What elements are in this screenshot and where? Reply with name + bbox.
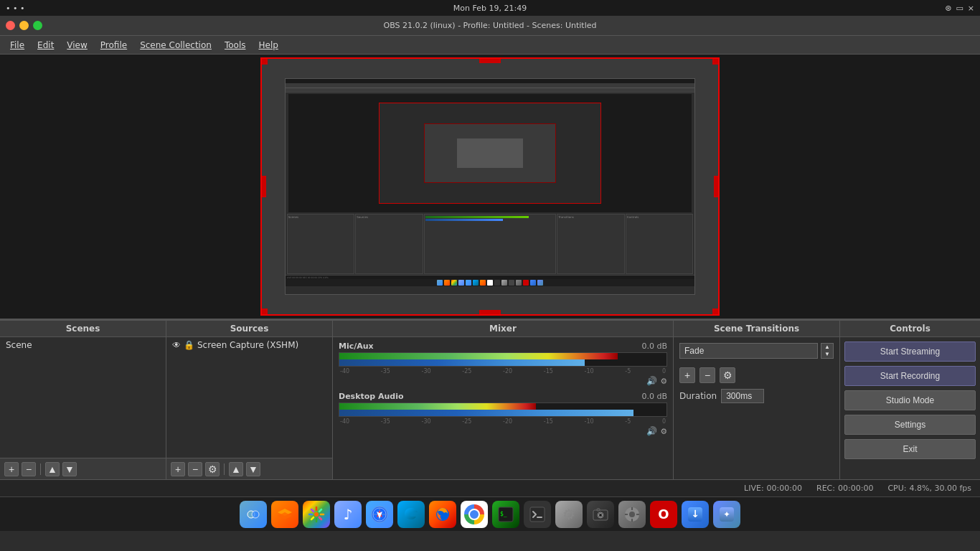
controls-content: Start Streaming Start Recording Studio M… bbox=[840, 337, 980, 479]
scenes-down-button[interactable]: ▼ bbox=[62, 462, 77, 476]
rec-label: REC: bbox=[816, 484, 835, 493]
mic-scale-9: 0 bbox=[662, 368, 666, 375]
system-bar-right: ⊛ ▭ × bbox=[945, 4, 974, 13]
window-maximize-button[interactable] bbox=[33, 21, 42, 30]
menu-profile[interactable]: Profile bbox=[95, 39, 133, 52]
svg-point-30 bbox=[629, 512, 635, 517]
duration-row: Duration bbox=[674, 386, 839, 406]
exit-button[interactable]: Exit bbox=[844, 439, 976, 459]
sources-panel-header: Sources bbox=[166, 321, 332, 337]
mic-volume-bar[interactable] bbox=[339, 352, 667, 367]
source-item[interactable]: 👁 🔒 Screen Capture (XSHM) bbox=[166, 337, 332, 353]
menu-tools[interactable]: Tools bbox=[219, 39, 252, 52]
rec-time: 00:00:00 bbox=[838, 484, 873, 493]
sources-up-button[interactable]: ▲ bbox=[229, 462, 243, 476]
sources-toolbar: + − ⚙ ▲ ▼ bbox=[166, 458, 332, 479]
taskbar-file-manager-icon[interactable]: $_ bbox=[492, 501, 519, 528]
wifi-icon: ⊛ bbox=[945, 4, 951, 13]
mixer-channels: Mic/Aux 0.0 dB -40 -35 -30 -25 -20 -15 bbox=[333, 337, 673, 441]
mic-mute-button[interactable]: 🔊 bbox=[646, 376, 657, 386]
studio-mode-button[interactable]: Studio Mode bbox=[844, 390, 976, 410]
taskbar-layers-icon[interactable] bbox=[271, 501, 298, 528]
obs-inner-preview bbox=[288, 94, 692, 212]
sources-settings-button[interactable]: ⚙ bbox=[205, 462, 220, 476]
mic-scale-2: -35 bbox=[381, 368, 390, 375]
scenes-up-button[interactable]: ▲ bbox=[45, 462, 60, 476]
taskbar-install-icon[interactable]: ↓ bbox=[682, 501, 709, 528]
duration-input[interactable] bbox=[721, 389, 764, 403]
desktop-scale-3: -30 bbox=[422, 418, 431, 425]
transition-spinner[interactable]: ▲ ▼ bbox=[821, 343, 834, 359]
taskbar-edge-icon[interactable] bbox=[397, 501, 425, 528]
obs-mini-transitions: Transitions bbox=[557, 214, 624, 274]
start-streaming-button[interactable]: Start Streaming bbox=[844, 342, 976, 362]
controls-panel-header: Controls bbox=[840, 321, 980, 337]
settings-button[interactable]: Settings bbox=[844, 415, 976, 435]
menu-file[interactable]: File bbox=[4, 39, 30, 52]
taskbar-chrome-icon[interactable] bbox=[461, 501, 488, 528]
mixer-channel-desktop: Desktop Audio 0.0 dB -40 -35 -30 -25 -20… bbox=[339, 392, 667, 436]
menu-view[interactable]: View bbox=[61, 39, 93, 52]
svg-line-10 bbox=[311, 509, 314, 512]
mic-scale-5: -20 bbox=[503, 368, 512, 375]
taskbar-xcode-icon[interactable]: ✦ bbox=[713, 501, 740, 528]
transition-spin-up[interactable]: ▲ bbox=[821, 344, 833, 351]
svg-point-5 bbox=[314, 512, 319, 517]
taskbar-photos-icon[interactable] bbox=[303, 501, 330, 528]
transition-settings-button[interactable]: ⚙ bbox=[720, 367, 735, 383]
resize-handle-tm[interactable] bbox=[479, 57, 501, 63]
transition-remove-button[interactable]: − bbox=[699, 367, 715, 383]
window-controls[interactable] bbox=[6, 21, 42, 30]
taskbar-camera-icon[interactable] bbox=[587, 501, 614, 528]
svg-line-11 bbox=[319, 517, 321, 519]
system-clock: Mon Feb 19, 21:49 bbox=[453, 4, 527, 13]
menu-edit[interactable]: Edit bbox=[32, 39, 60, 52]
taskbar-finder-icon[interactable] bbox=[240, 501, 267, 528]
mic-scale-1: -40 bbox=[340, 368, 349, 375]
resize-handle-bl[interactable] bbox=[260, 309, 268, 316]
mic-channel-db: 0.0 dB bbox=[641, 342, 667, 351]
taskbar-terminal-icon[interactable] bbox=[524, 501, 551, 528]
close-icon[interactable]: × bbox=[968, 4, 974, 13]
scenes-content: Scene bbox=[0, 337, 166, 458]
desktop-scale-5: -20 bbox=[503, 418, 512, 425]
mixer-channel-desktop-header: Desktop Audio 0.0 dB bbox=[339, 392, 667, 401]
taskbar-firefox-icon[interactable] bbox=[429, 501, 456, 528]
sources-down-button[interactable]: ▼ bbox=[246, 462, 260, 476]
taskbar-opera-icon[interactable]: O bbox=[650, 501, 677, 528]
taskbar-itunes-icon[interactable]: ♪ bbox=[334, 501, 362, 528]
scenes-add-button[interactable]: + bbox=[4, 462, 19, 476]
desktop-mute-button[interactable]: 🔊 bbox=[646, 426, 657, 436]
mixer-channel-mic: Mic/Aux 0.0 dB -40 -35 -30 -25 -20 -15 bbox=[339, 342, 667, 386]
scenes-toolbar: + − ▲ ▼ bbox=[0, 458, 166, 479]
transition-spin-down[interactable]: ▼ bbox=[821, 351, 833, 358]
desktop-volume-bar[interactable] bbox=[339, 402, 667, 417]
start-recording-button[interactable]: Start Recording bbox=[844, 366, 976, 386]
resize-handle-mr[interactable] bbox=[714, 176, 720, 197]
scenes-remove-button[interactable]: − bbox=[22, 462, 36, 476]
desktop-settings-button[interactable]: ⚙ bbox=[660, 427, 667, 436]
controls-buttons: Start Streaming Start Recording Studio M… bbox=[840, 337, 980, 463]
mic-settings-button[interactable]: ⚙ bbox=[660, 377, 667, 386]
scene-item[interactable]: Scene bbox=[0, 337, 166, 353]
resize-handle-tl[interactable] bbox=[260, 57, 268, 65]
taskbar-safari-icon[interactable] bbox=[366, 501, 393, 528]
taskbar-system-prefs-icon[interactable] bbox=[618, 501, 646, 528]
scenes-toolbar-sep bbox=[40, 463, 41, 475]
mic-volume-scale: -40 -35 -30 -25 -20 -15 -10 -5 0 bbox=[339, 368, 667, 375]
sources-add-button[interactable]: + bbox=[171, 462, 185, 476]
window-minimize-button[interactable] bbox=[19, 21, 29, 30]
menu-scene-collection[interactable]: Scene Collection bbox=[134, 39, 217, 52]
taskbar-preferences-icon[interactable]: ⚙ bbox=[555, 501, 583, 528]
resize-handle-br[interactable] bbox=[712, 309, 720, 316]
transition-type-dropdown[interactable]: Fade bbox=[679, 343, 818, 359]
resize-handle-bm[interactable] bbox=[479, 310, 501, 316]
menu-help[interactable]: Help bbox=[253, 39, 283, 52]
scene-transitions-header: Scene Transitions bbox=[674, 321, 839, 337]
resize-handle-tr[interactable] bbox=[712, 57, 720, 65]
resize-handle-ml[interactable] bbox=[260, 176, 266, 197]
transition-add-button[interactable]: + bbox=[679, 367, 695, 383]
sources-remove-button[interactable]: − bbox=[188, 462, 202, 476]
window-close-button[interactable] bbox=[6, 21, 15, 30]
desktop-channel-name: Desktop Audio bbox=[339, 392, 404, 401]
